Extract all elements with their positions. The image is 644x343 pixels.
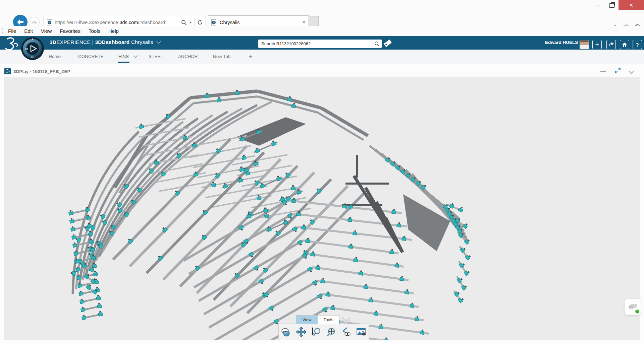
svg-text:V.R: V.R	[31, 56, 35, 58]
share-arrow-icon	[608, 42, 614, 47]
menu-file[interactable]: File	[4, 28, 20, 34]
back-arrow-icon	[17, 19, 24, 25]
brand-experience: EXPERIENCE	[56, 39, 91, 45]
help-button[interactable]: ?	[633, 40, 642, 49]
pan-tool-button[interactable]	[294, 325, 308, 339]
dashboard-name: Chrysalis	[131, 39, 153, 45]
tab-close-icon[interactable]: ×	[300, 19, 308, 25]
close-icon: ×	[629, 1, 633, 9]
tab-favicon-icon	[211, 19, 217, 26]
capture-tool-button[interactable]	[355, 325, 368, 339]
brand-dashboard: 3DDashboard	[95, 39, 129, 45]
online-status-dot	[635, 310, 639, 314]
viewer-toolbar-tabs: View Tools	[296, 315, 339, 324]
3dplay-widget-icon	[4, 68, 11, 74]
viewer-tab-tools[interactable]: Tools	[318, 316, 339, 324]
share-button[interactable]	[606, 40, 616, 49]
widget-title: 3DPlay - 150118_FAB_ZEP	[13, 69, 70, 74]
user-avatar[interactable]	[580, 40, 589, 49]
svg-text:3D: 3D	[25, 48, 28, 50]
tab-title: Chrysalis	[220, 20, 300, 25]
search-magnifier-icon[interactable]	[374, 41, 380, 47]
widget-maximize-icon[interactable]	[615, 68, 621, 74]
url-text[interactable]: https://eu1-ifwe.3dexperience.3ds.com/#d…	[55, 20, 181, 25]
refresh-icon[interactable]	[197, 19, 203, 25]
visibility-icon	[340, 326, 352, 338]
url-suffix: /#dashboard:	[138, 20, 166, 25]
3ds-logo-icon	[3, 37, 19, 50]
hide-show-tool-button[interactable]	[339, 325, 353, 339]
question-icon: ?	[636, 42, 639, 48]
brand-3d: 3D	[50, 39, 56, 45]
home-button[interactable]	[620, 40, 629, 49]
viewer-tab-view[interactable]: View	[296, 316, 318, 324]
menu-favorites[interactable]: Favorites	[56, 28, 85, 34]
add-tab-button[interactable]: +	[249, 50, 252, 63]
address-dropdown-icon[interactable]	[189, 22, 192, 23]
forward-arrow-icon	[31, 20, 37, 25]
url-prefix: https://eu1-ifwe.3dexperience.	[55, 20, 119, 25]
dashboard-tab-anchor[interactable]: ANCHOR	[178, 50, 198, 63]
browser-menu-bar: File Edit View Favorites Tools Help	[0, 26, 644, 36]
home-icon	[622, 42, 627, 47]
minimize-icon	[596, 5, 601, 5]
search-icon[interactable]	[181, 20, 187, 25]
dashboard-tab-fins[interactable]: FINS	[118, 50, 129, 63]
menu-view[interactable]: View	[37, 28, 56, 34]
search-input[interactable]	[258, 41, 374, 46]
toolbar-collapse-chevron-icon[interactable]	[341, 317, 352, 325]
rotate-icon	[280, 326, 292, 338]
window-close-button[interactable]: ×	[619, 0, 644, 10]
fins-tab-chevron-icon[interactable]	[133, 54, 138, 58]
screenshot-icon	[356, 326, 367, 338]
app-title: 3DEXPERIENCE | 3DDashboard Chrysalis	[50, 39, 160, 45]
zoom-fit-icon	[325, 326, 337, 338]
tags-icon[interactable]	[383, 39, 392, 48]
viewer-toolbar	[278, 324, 369, 340]
pan-icon	[296, 326, 307, 338]
dashboard-tab-newtab[interactable]: New Tab	[213, 50, 230, 63]
dashboard-tab-home[interactable]: Home	[49, 50, 61, 63]
widget-header	[0, 66, 644, 77]
window-minimize-button[interactable]	[592, 0, 605, 10]
url-domain: 3ds.com	[119, 20, 138, 25]
address-separator	[194, 18, 195, 26]
zoom-fit-tool-button[interactable]	[324, 325, 338, 339]
chat-widget-button[interactable]	[625, 299, 641, 315]
restore-icon	[609, 3, 614, 8]
menu-edit[interactable]: Edit	[20, 28, 37, 34]
add-content-button[interactable]: +	[592, 40, 602, 49]
brand-separator: |	[92, 39, 94, 45]
window-restore-button[interactable]	[605, 0, 619, 10]
user-name[interactable]: Edward HUELS	[545, 40, 578, 45]
page-favicon-icon	[47, 19, 53, 26]
3d-viewer-canvas[interactable]	[4, 77, 640, 340]
dashboard-tab-bar: Home CONCRETE FINS STEEL ANCHOR New Tab …	[0, 50, 644, 64]
menu-tools[interactable]: Tools	[85, 28, 104, 34]
3dexperience-compass-icon[interactable]: 3D V.R	[21, 37, 44, 60]
dashboard-tab-steel[interactable]: STEEL	[149, 50, 163, 63]
menu-help[interactable]: Help	[104, 28, 123, 34]
3d-model-structure	[4, 77, 640, 340]
zoom-icon	[311, 326, 322, 338]
dashboard-tab-concrete[interactable]: CONCRETE	[78, 50, 104, 63]
plus-icon: +	[595, 41, 599, 48]
zoom-tool-button[interactable]	[310, 325, 323, 339]
global-search-box[interactable]	[258, 40, 382, 48]
rotate-tool-button[interactable]	[279, 325, 293, 339]
window-title-bar: ×	[0, 0, 644, 10]
widget-minimize-icon[interactable]	[600, 71, 606, 72]
